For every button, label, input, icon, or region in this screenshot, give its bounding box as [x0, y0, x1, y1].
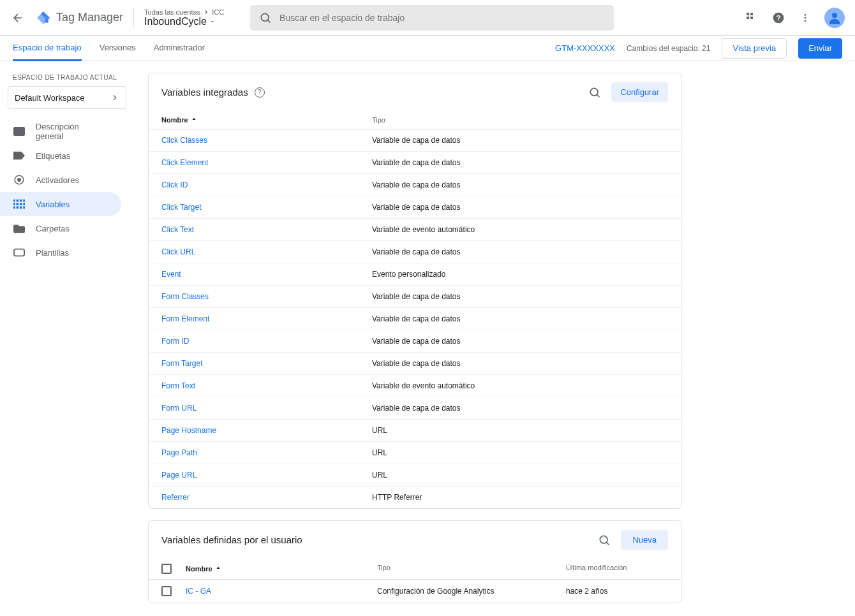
variable-type: Variable de capa de datos [372, 203, 668, 212]
variable-link[interactable]: Form Classes [161, 292, 209, 301]
svg-text:?: ? [776, 13, 780, 22]
tab-workspace[interactable]: Espacio de trabajo [13, 36, 82, 61]
workspace-selector[interactable]: Default Workspace [8, 86, 126, 109]
svg-rect-7 [750, 17, 753, 19]
variable-type: Configuración de Google Analytics [377, 587, 566, 596]
tab-admin[interactable]: Administrador [154, 36, 205, 61]
variable-link[interactable]: Form ID [161, 337, 189, 346]
sidebar-item-carpetas[interactable]: Carpetas [0, 216, 121, 240]
variable-link[interactable]: Form Text [161, 381, 195, 390]
variable-link[interactable]: Form Element [161, 314, 209, 323]
col-type-header[interactable]: Tipo [372, 116, 668, 124]
svg-point-25 [600, 536, 608, 543]
variable-link[interactable]: Click Element [161, 158, 208, 167]
apps-icon[interactable] [744, 10, 759, 26]
variable-type: HTTP Referrer [372, 493, 668, 502]
variable-type: URL [372, 471, 668, 480]
table-row[interactable]: Click ClassesVariable de capa de datos [149, 129, 681, 152]
sidebar-item-descripción-general[interactable]: Descripción general [0, 119, 121, 143]
new-variable-button[interactable]: Nueva [621, 530, 668, 550]
back-arrow[interactable] [10, 10, 26, 26]
table-row[interactable]: Click TextVariable de evento automático [149, 219, 681, 241]
svg-point-2 [45, 19, 48, 23]
variable-link[interactable]: Click URL [161, 247, 195, 256]
svg-point-24 [591, 88, 598, 96]
table-row[interactable]: Click TargetVariable de capa de datos [149, 196, 681, 219]
table-row[interactable]: IC - GAConfiguración de Google Analytics… [149, 580, 681, 603]
col-mod-header[interactable]: Última modificación [566, 564, 668, 574]
builtin-variables-card: Variables integradas ? Configurar Nombre… [148, 73, 681, 509]
variable-link[interactable]: Form URL [161, 404, 197, 413]
more-icon[interactable] [798, 10, 813, 26]
breadcrumb[interactable]: Todas las cuentas ICC [144, 8, 240, 16]
container-id[interactable]: GTM-XXXXXXX [555, 43, 615, 53]
sidebar-item-activadores[interactable]: Activadores [0, 168, 121, 192]
variable-type: Variable de capa de datos [372, 247, 668, 256]
nav-icon [13, 246, 26, 259]
col-name-header[interactable]: Nombre [161, 116, 372, 124]
tab-versions[interactable]: Versiones [100, 36, 136, 61]
variable-link[interactable]: Click Target [161, 203, 201, 212]
variable-type: Variable de evento automático [372, 381, 668, 390]
logo[interactable]: Tag Manager [36, 10, 123, 26]
variable-link[interactable]: Page Path [161, 448, 197, 457]
variable-type: Variable de capa de datos [372, 404, 668, 413]
svg-rect-22 [22, 200, 24, 209]
variable-type: Variable de capa de datos [372, 337, 668, 346]
table-row[interactable]: Form ElementVariable de capa de datos [149, 308, 681, 330]
search-icon [259, 11, 272, 24]
variable-type: URL [372, 448, 668, 457]
help-outline-icon[interactable]: ? [255, 87, 265, 98]
container-selector[interactable]: InboundCycle [144, 16, 240, 27]
nav-label: Carpetas [36, 224, 70, 233]
sidebar-item-etiquetas[interactable]: Etiquetas [0, 143, 121, 168]
table-row[interactable]: Page PathURL [149, 442, 681, 464]
table-row[interactable]: Form TargetVariable de capa de datos [149, 353, 681, 375]
chevron-right-icon [203, 9, 209, 15]
submit-button[interactable]: Enviar [798, 38, 842, 59]
variable-link[interactable]: Click Text [161, 225, 194, 234]
table-row[interactable]: ReferrerHTTP Referrer [149, 487, 681, 508]
variable-link[interactable]: Form Target [161, 359, 202, 368]
avatar[interactable] [824, 8, 845, 28]
user-table-header: Nombre Tipo Última modificación [149, 559, 681, 580]
row-checkbox[interactable] [161, 586, 172, 596]
table-row[interactable]: Click ElementVariable de capa de datos [149, 152, 681, 174]
sidebar-item-plantillas[interactable]: Plantillas [0, 240, 121, 265]
help-icon[interactable]: ? [771, 10, 786, 26]
table-row[interactable]: Page URLURL [149, 464, 681, 487]
table-row[interactable]: Click URLVariable de capa de datos [149, 241, 681, 263]
variable-link[interactable]: Click ID [161, 180, 188, 189]
variable-link[interactable]: Page Hostname [161, 426, 216, 435]
variable-link[interactable]: Page URL [161, 471, 197, 480]
select-all-checkbox[interactable] [161, 564, 172, 574]
search-user-button[interactable] [597, 532, 612, 548]
table-row[interactable]: Form ClassesVariable de capa de datos [149, 286, 681, 308]
preview-button[interactable]: Vista previa [722, 38, 787, 59]
search-box[interactable] [250, 5, 614, 31]
nav-icon [13, 125, 26, 138]
svg-point-16 [18, 179, 21, 182]
configure-button[interactable]: Configurar [611, 82, 668, 102]
variable-link[interactable]: Referrer [161, 493, 190, 502]
search-input[interactable] [279, 13, 605, 23]
variable-link[interactable]: Event [161, 270, 181, 279]
table-row[interactable]: Form URLVariable de capa de datos [149, 397, 681, 420]
col-type-header[interactable]: Tipo [377, 564, 566, 574]
table-row[interactable]: EventEvento personalizado [149, 263, 681, 286]
table-row[interactable]: Form IDVariable de capa de datos [149, 330, 681, 353]
nav-label: Plantillas [36, 248, 69, 258]
caret-down-icon [209, 18, 216, 25]
variable-modified: hace 2 años [566, 587, 668, 596]
variable-link[interactable]: Click Classes [161, 136, 207, 145]
table-row[interactable]: Click IDVariable de capa de datos [149, 174, 681, 196]
divider [133, 8, 134, 28]
search-builtin-button[interactable] [587, 85, 602, 100]
nav-icon [13, 149, 26, 162]
col-name-header[interactable]: Nombre [186, 564, 377, 574]
sidebar-item-variables[interactable]: Variables [0, 192, 121, 216]
variable-link[interactable]: IC - GA [186, 587, 211, 596]
table-row[interactable]: Page HostnameURL [149, 420, 681, 442]
workspace-label: ESPACIO DE TRABAJO ACTUAL [0, 69, 134, 84]
table-row[interactable]: Form TextVariable de evento automático [149, 375, 681, 397]
